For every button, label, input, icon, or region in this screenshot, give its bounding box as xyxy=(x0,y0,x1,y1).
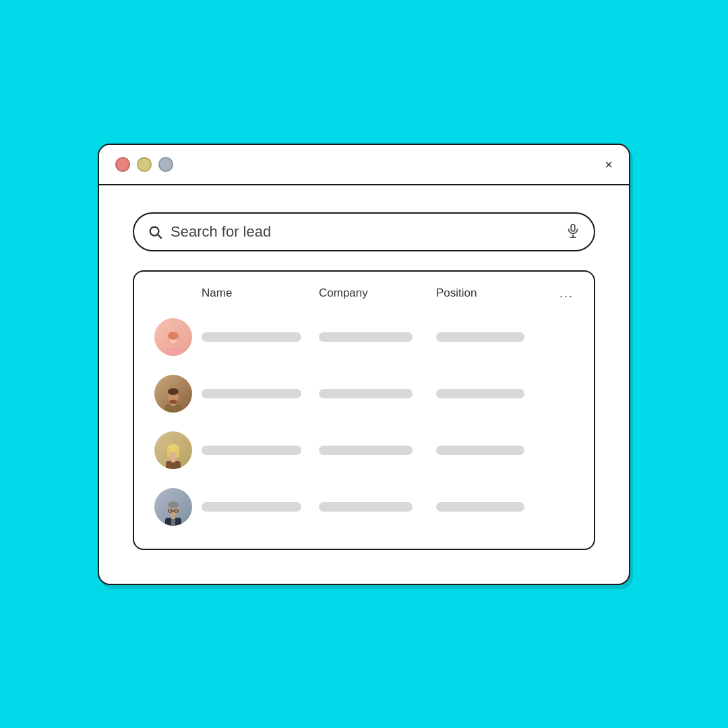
svg-point-14 xyxy=(169,400,177,404)
search-icon xyxy=(148,224,162,239)
traffic-light-gray[interactable] xyxy=(158,157,173,172)
table-row[interactable] xyxy=(148,422,580,479)
browser-window: × xyxy=(98,144,630,585)
svg-point-25 xyxy=(168,502,179,508)
name-skeleton xyxy=(202,389,301,398)
svg-point-13 xyxy=(168,388,179,395)
avatar xyxy=(154,318,192,356)
avatar xyxy=(154,431,192,469)
traffic-light-red[interactable] xyxy=(115,157,130,172)
column-header-name: Name xyxy=(202,286,319,300)
search-bar xyxy=(133,212,595,251)
svg-rect-2 xyxy=(571,224,575,231)
name-skeleton xyxy=(202,446,301,455)
table-row[interactable] xyxy=(148,309,580,365)
mic-icon[interactable] xyxy=(566,223,580,241)
company-skeleton xyxy=(319,332,413,342)
svg-rect-9 xyxy=(166,348,180,356)
table-row[interactable] xyxy=(148,479,580,535)
browser-content: Name Company Position ... xyxy=(99,185,629,584)
leads-table: Name Company Position ... xyxy=(133,270,595,550)
position-skeleton xyxy=(436,446,524,455)
search-input[interactable] xyxy=(171,223,557,241)
name-skeleton xyxy=(202,502,301,512)
column-header-more[interactable]: ... xyxy=(553,286,574,301)
svg-line-1 xyxy=(158,235,161,238)
company-skeleton xyxy=(319,389,413,398)
titlebar: × xyxy=(99,145,629,185)
name-skeleton xyxy=(202,332,301,342)
svg-point-7 xyxy=(168,332,179,340)
close-button[interactable]: × xyxy=(605,158,613,171)
svg-rect-20 xyxy=(177,448,179,458)
avatar xyxy=(154,488,192,526)
table-header: Name Company Position ... xyxy=(148,278,580,309)
position-skeleton xyxy=(436,389,524,398)
company-skeleton xyxy=(319,446,413,455)
table-row[interactable] xyxy=(148,365,580,422)
svg-rect-19 xyxy=(167,448,170,458)
position-skeleton xyxy=(436,332,524,342)
avatar xyxy=(154,375,192,413)
column-header-position: Position xyxy=(436,286,553,300)
company-skeleton xyxy=(319,502,413,512)
column-header-company: Company xyxy=(319,286,436,300)
traffic-light-yellow[interactable] xyxy=(137,157,152,172)
position-skeleton xyxy=(436,502,524,512)
traffic-lights xyxy=(115,157,173,172)
